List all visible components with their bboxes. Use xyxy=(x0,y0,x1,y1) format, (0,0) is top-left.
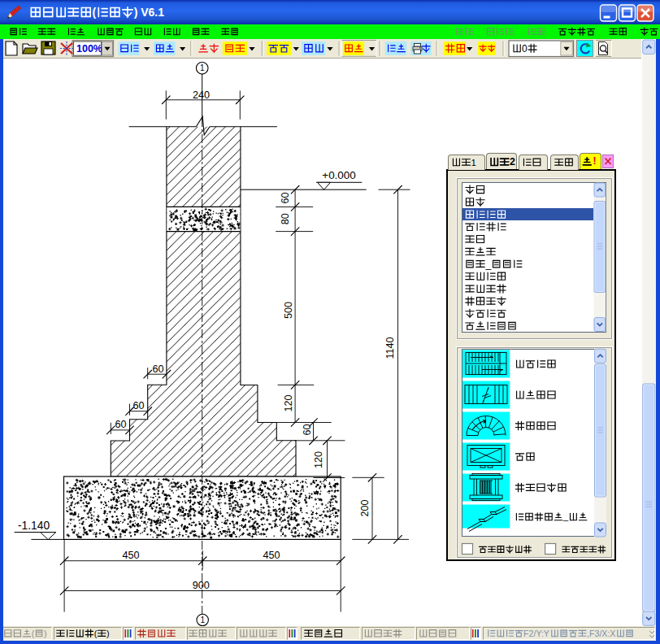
svg-text:+0.000: +0.000 xyxy=(322,169,355,181)
svg-text:80: 80 xyxy=(280,213,291,224)
svg-text:120: 120 xyxy=(313,451,324,468)
svg-text:200: 200 xyxy=(359,499,371,516)
svg-text:60: 60 xyxy=(152,363,163,375)
svg-text:-1.140: -1.140 xyxy=(18,520,50,532)
svg-text:60: 60 xyxy=(115,419,126,430)
svg-text:1140: 1140 xyxy=(384,337,396,359)
svg-text:60: 60 xyxy=(302,424,313,436)
svg-text:120: 120 xyxy=(283,394,294,411)
svg-text:450: 450 xyxy=(263,550,280,561)
svg-text:240: 240 xyxy=(193,89,210,101)
svg-text:450: 450 xyxy=(122,550,139,561)
svg-text:1: 1 xyxy=(200,63,205,72)
svg-text:60: 60 xyxy=(280,192,291,203)
svg-text:900: 900 xyxy=(193,580,210,591)
svg-text:500: 500 xyxy=(283,302,294,319)
svg-text:60: 60 xyxy=(133,400,145,411)
svg-text:1: 1 xyxy=(200,616,205,624)
